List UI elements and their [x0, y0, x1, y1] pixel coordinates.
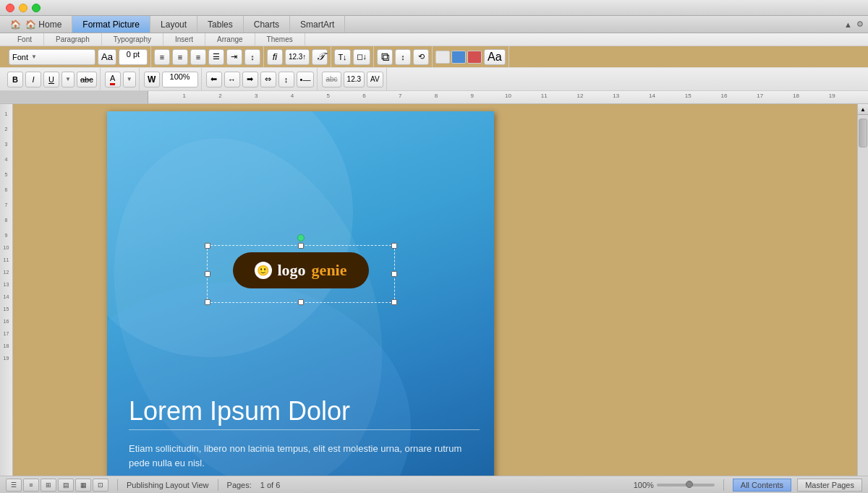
para-list[interactable]: ☰ [208, 49, 224, 65]
status-bar: ☰ ≡ ⊞ ▤ ▦ ⊡ Publishing Layout View Pages… [0, 476, 868, 493]
underline-btn[interactable]: U [43, 72, 59, 87]
word-count-btn[interactable]: W [144, 72, 160, 87]
insert-group-label: Insert [163, 33, 205, 46]
tab-home[interactable]: 🏠 🏠 Home [0, 16, 72, 33]
page-title: Lorem Ipsum Dolor [129, 396, 480, 426]
horizontal-ruler: 1 2 3 4 5 6 7 8 9 10 11 12 13 14 15 16 1… [0, 91, 868, 104]
align-left-btn[interactable]: ⬅ [206, 72, 222, 87]
logo-oval: 🙂 logogenie [232, 252, 368, 288]
tab-format-picture[interactable]: Format Picture [72, 16, 150, 33]
close-button[interactable] [6, 4, 14, 12]
zoom-slider[interactable] [657, 484, 715, 486]
zoom-slider-thumb[interactable] [686, 481, 693, 488]
handle-middle-right[interactable] [391, 271, 397, 277]
master-pages-tab[interactable]: Master Pages [797, 479, 862, 492]
align-center-btn[interactable]: ↔ [224, 72, 240, 87]
para-align-left[interactable]: ≡ [154, 49, 170, 65]
nav-gear[interactable]: ⚙ [856, 20, 864, 29]
typo-num1[interactable]: 12.3↑ [285, 49, 310, 65]
font-color-btn[interactable]: A [105, 72, 121, 87]
status-separator-2 [218, 479, 218, 491]
handle-top-right[interactable] [391, 243, 397, 249]
scroll-thumb[interactable] [859, 119, 867, 147]
spacing-btn[interactable]: ↕ [278, 72, 294, 87]
theme-icons-group [435, 51, 482, 64]
para-spacing[interactable]: ↕ [244, 49, 260, 65]
underline-dropdown[interactable]: ▼ [61, 72, 75, 87]
paragraph-section: ≡ ≡ ≡ ☰ ⇥ ↕ [151, 46, 264, 67]
nav-back[interactable]: ▲ [844, 20, 852, 29]
bullets-btn[interactable]: •— [297, 72, 315, 87]
right-margin [494, 111, 857, 493]
maximize-button[interactable] [32, 4, 41, 12]
view-mode-icons: ☰ ≡ ⊞ ▤ ▦ ⊡ [6, 479, 109, 492]
theme-icon-blue[interactable] [451, 51, 466, 64]
arrange-btn2[interactable]: ↕ [395, 49, 411, 65]
typography-section: fi 12.3↑ 𝒯 [264, 46, 331, 67]
page-background: 🙂 logogenie Lorem Ipsum Dolor Etiam soll… [13, 104, 857, 493]
paragraph-group-label: Paragraph [44, 33, 102, 46]
para-align-center[interactable]: ≡ [172, 49, 188, 65]
typo-cursive[interactable]: 𝒯 [312, 49, 328, 65]
view-icon-5[interactable]: ▦ [75, 479, 91, 492]
scroll-track[interactable] [858, 115, 868, 488]
ribbon-top: Font ▼ Aa 0 pt ≡ ≡ ≡ ☰ ⇥ ↕ fi 12.3↑ 𝒯 T↓… [0, 46, 868, 68]
logo-text-orange: genie [312, 261, 347, 280]
italic-btn[interactable]: I [25, 72, 41, 87]
insert-text[interactable]: T↓ [334, 49, 350, 65]
arrange-wrap[interactable]: ⟲ [413, 49, 429, 65]
view-icon-4[interactable]: ▤ [58, 479, 74, 492]
para-align-right[interactable]: ≡ [190, 49, 206, 65]
font-name-dropdown[interactable]: Font ▼ [9, 49, 95, 65]
word-count-section: W 100% [141, 68, 202, 90]
view-icon-3[interactable]: ⊞ [41, 479, 56, 492]
logo-container[interactable]: 🙂 logogenie [232, 252, 368, 288]
theme-icon-red[interactable] [467, 51, 482, 64]
pages-value: 1 of 6 [260, 481, 281, 489]
strikethrough-btn[interactable]: abc [77, 72, 97, 87]
all-contents-tab[interactable]: All Contents [733, 479, 791, 492]
bold-btn[interactable]: B [7, 72, 23, 87]
themes-more[interactable]: Aa [484, 49, 506, 65]
align-justify-btn[interactable]: ⇔ [260, 72, 276, 87]
logo-smiley-icon: 🙂 [254, 262, 271, 279]
font-color-dropdown[interactable]: ▼ [123, 72, 136, 87]
ribbon-bottom: B I U ▼ abc A ▼ W 100% ⬅ ↔ ➡ ⇔ ↕ •— abc … [0, 68, 868, 91]
view-icon-6[interactable]: ⊡ [93, 479, 109, 492]
ribbon-group-labels: Font Paragraph Typography Insert Arrange… [0, 33, 868, 46]
title-bar [0, 0, 868, 16]
num2-btn[interactable]: 12.3 [344, 72, 365, 87]
para-indent[interactable]: ⇥ [226, 49, 242, 65]
abc-btn[interactable]: abc [322, 72, 341, 87]
vertical-scrollbar[interactable]: ▲ ▼ [857, 104, 868, 493]
left-margin [13, 111, 107, 493]
tab-tables[interactable]: Tables [197, 16, 244, 33]
scroll-up[interactable]: ▲ [858, 104, 869, 115]
document-page[interactable]: 🙂 logogenie Lorem Ipsum Dolor Etiam soll… [107, 111, 494, 493]
menu-tabs: 🏠 🏠 Home Format Picture Layout Tables Ch… [0, 16, 868, 33]
font-group-label: Font [6, 33, 44, 46]
font-size-input[interactable]: 0 pt [119, 49, 148, 65]
tab-layout[interactable]: Layout [150, 16, 197, 33]
view-icon-1[interactable]: ☰ [6, 479, 22, 492]
av-btn[interactable]: AV [367, 72, 383, 87]
align-right-btn[interactable]: ➡ [242, 72, 258, 87]
canvas-area: 🙂 logogenie Lorem Ipsum Dolor Etiam soll… [13, 104, 857, 493]
minimize-button[interactable] [19, 4, 27, 12]
typo-fi[interactable]: fi [267, 49, 283, 65]
view-icon-2[interactable]: ≡ [23, 479, 39, 492]
arrange-btn1[interactable]: ⧉ [377, 49, 393, 65]
tab-charts[interactable]: Charts [244, 16, 290, 33]
font-style-btn[interactable]: Aa [98, 49, 116, 65]
home-icon: 🏠 [10, 20, 21, 30]
handle-bottom-right[interactable] [391, 299, 397, 305]
insert-shape[interactable]: ◻↓ [353, 49, 371, 65]
font-section: Font ▼ Aa 0 pt [6, 46, 151, 67]
zoom-input[interactable]: 100% [162, 72, 198, 87]
text-format-section: B I U ▼ abc [4, 68, 101, 90]
tab-smartart[interactable]: SmartArt [290, 16, 345, 33]
theme-icon-default[interactable] [435, 51, 450, 64]
main-area: 1 2 3 4 5 6 7 8 9 10 11 12 13 14 15 16 1… [0, 104, 868, 493]
status-separator-3 [723, 479, 724, 491]
insert-section: T↓ ◻↓ [331, 46, 374, 67]
